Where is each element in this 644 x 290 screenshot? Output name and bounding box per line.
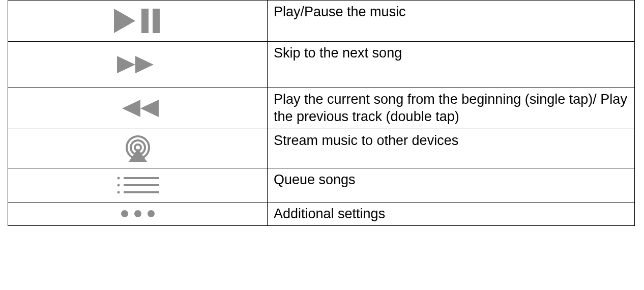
svg-point-19 <box>148 210 155 217</box>
icon-description: Queue songs <box>268 168 635 202</box>
icon-cell <box>8 42 268 88</box>
icon-description: Additional settings <box>268 202 635 226</box>
table-row: Play/Pause the music <box>8 1 635 42</box>
icon-description: Stream music to other devices <box>268 129 635 168</box>
skip-previous-icon <box>115 97 161 120</box>
svg-rect-1 <box>141 9 149 33</box>
svg-marker-0 <box>114 9 135 33</box>
icon-cell <box>8 129 268 168</box>
icon-cell <box>8 202 268 226</box>
icon-cell <box>8 168 268 202</box>
icon-description: Play/Pause the music <box>268 1 635 42</box>
table-row: Queue songs <box>8 168 635 202</box>
icon-description: Play the current song from the beginning… <box>268 88 635 129</box>
icon-cell <box>8 88 268 129</box>
svg-rect-16 <box>124 191 159 193</box>
svg-point-13 <box>117 191 120 193</box>
skip-next-icon <box>115 53 161 76</box>
icon-legend-table: Play/Pause the music Skip to the next so… <box>8 0 635 226</box>
airplay-icon <box>123 134 153 163</box>
icon-description: Skip to the next song <box>268 42 635 88</box>
svg-marker-4 <box>135 56 154 73</box>
svg-point-11 <box>117 177 120 179</box>
more-dots-icon <box>118 208 158 220</box>
play-pause-icon <box>105 6 171 36</box>
svg-point-18 <box>134 210 141 217</box>
table-row: Additional settings <box>8 202 635 226</box>
svg-rect-2 <box>153 9 160 33</box>
table-row: Play the current song from the beginning… <box>8 88 635 129</box>
svg-marker-3 <box>117 56 135 73</box>
svg-marker-5 <box>140 100 159 117</box>
svg-rect-15 <box>124 184 159 186</box>
svg-point-12 <box>117 184 120 186</box>
icon-cell <box>8 1 268 42</box>
svg-rect-14 <box>124 177 159 179</box>
queue-list-icon <box>113 173 162 197</box>
table-row: Skip to the next song <box>8 42 635 88</box>
svg-marker-6 <box>122 100 140 117</box>
svg-point-17 <box>121 210 128 217</box>
table-row: Stream music to other devices <box>8 129 635 168</box>
